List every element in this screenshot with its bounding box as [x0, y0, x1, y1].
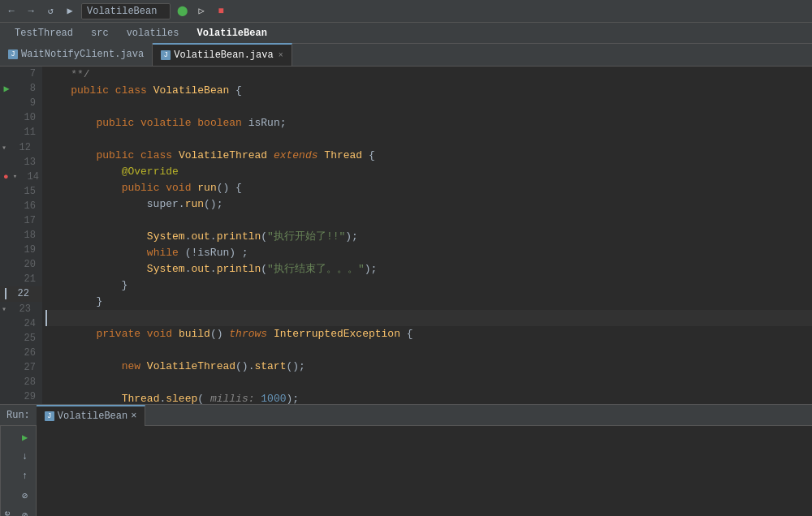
toolbar-btn-record[interactable]: ⬤ — [174, 3, 190, 19]
toolbar-btn-run[interactable]: ▶ — [62, 3, 78, 19]
code-line-8: public class VolatileBean { — [45, 83, 812, 99]
gutter-row-7: 7 — [0, 67, 42, 81]
code-line-11 — [45, 131, 812, 148]
project-tab-volatiles[interactable]: volatiles — [119, 26, 188, 41]
breadcrumb[interactable]: VolatileBean — [81, 3, 171, 19]
run-panel-content: Structure ▶ ↓ ↑ ⊘ ⊘ ≡ ⊡ — [0, 426, 812, 516]
code-editor[interactable]: **/ public class VolatileBean { public v… — [42, 67, 812, 404]
file-tabs: J WaitNotifyClient.java J VolatileBean.j… — [0, 44, 812, 67]
code-line-18: while (!isRun) ; — [45, 245, 812, 261]
code-line-21: } — [45, 294, 812, 310]
run-stop2-btn[interactable]: ⊘ — [17, 507, 33, 516]
file-tab-volatilebean[interactable]: J VolatileBean.java × — [153, 43, 292, 66]
run-tab-label: VolatileBean — [58, 411, 127, 422]
code-line-12: public class VolatileThread extends Thre… — [45, 148, 812, 164]
code-line-16 — [45, 213, 812, 229]
run-panel: Run: J VolatileBean × Structure ▶ ↓ ↑ ⊘ … — [0, 404, 812, 516]
file-tab-waitnotifyclient[interactable]: J WaitNotifyClient.java — [0, 43, 153, 66]
run-stop1-btn[interactable]: ⊘ — [17, 488, 33, 504]
run-label: Run: — [0, 410, 37, 421]
run-tab-icon: J — [45, 411, 54, 421]
fold-icon-14[interactable]: ▾ — [12, 170, 18, 183]
file-icon-java-active: J — [161, 50, 171, 60]
code-line-15: super.run(); — [45, 196, 812, 213]
project-tab-volatilebean[interactable]: VolatileBean — [188, 26, 274, 41]
code-line-7: **/ — [45, 67, 812, 83]
gutter-row-8: ▶ 8 — [0, 81, 42, 96]
close-tab-icon[interactable]: × — [279, 51, 283, 60]
line-num-23: 23 — [8, 303, 31, 315]
code-line-26 — [45, 375, 812, 391]
run-play-btn[interactable]: ▶ — [17, 429, 33, 445]
code-line-23: private void build() throws InterruptedE… — [45, 326, 812, 342]
run-output — [37, 426, 812, 516]
toolbar-btn-forward[interactable]: → — [23, 3, 39, 19]
line-gutter: 7 ▶ 8 9 10 11 ▾ 12 13 ● ▾ 14 15 16 17 — [0, 67, 42, 404]
gutter-row-23: ▾ 23 — [0, 302, 42, 316]
toolbar-btn-debug[interactable]: ▷ — [193, 3, 209, 19]
run-sidebar: ▶ ↓ ↑ ⊘ ⊘ ≡ ⊡ — [14, 426, 37, 516]
editor-area: 7 ▶ 8 9 10 11 ▾ 12 13 ● ▾ 14 15 16 17 — [0, 67, 812, 404]
run-tab-close[interactable]: × — [131, 411, 136, 422]
code-line-20: } — [45, 277, 812, 294]
fold-icon-23[interactable]: ▾ — [0, 303, 8, 316]
code-line-13: @Override — [45, 164, 812, 180]
run-panel-tabs: Run: J VolatileBean × — [0, 405, 812, 426]
code-line-10: public volatile boolean isRun; — [45, 115, 812, 131]
gutter-row-14: ● ▾ 14 — [0, 170, 42, 184]
line-num-22: 22 — [6, 288, 29, 299]
line-num-7: 7 — [13, 68, 36, 80]
run-up-btn[interactable]: ↑ — [17, 468, 33, 484]
file-icon-java: J — [8, 49, 18, 59]
toolbar-btn-back[interactable]: ← — [3, 3, 19, 19]
structure-panel-label[interactable]: Structure — [0, 426, 14, 516]
code-line-19: System.out.println("执行结束了。。。"); — [45, 261, 812, 277]
toolbar: ← → ↺ ▶ VolatileBean ⬤ ▷ ■ — [0, 0, 812, 23]
code-line-17: System.out.println("执行开始了!!"); — [45, 229, 812, 245]
code-line-25: new VolatileThread().start(); — [45, 359, 812, 375]
run-icon-8[interactable]: ▶ — [0, 82, 13, 95]
code-line-24 — [45, 342, 812, 359]
breakpoint-icon-14[interactable]: ● — [0, 170, 12, 183]
code-line-22 — [45, 310, 812, 326]
code-line-14: public void run() { — [45, 180, 812, 196]
code-line-27: Thread.sleep( millis: 1000); — [45, 391, 812, 404]
line-num-12: 12 — [8, 142, 31, 153]
toolbar-btn-stop[interactable]: ■ — [213, 3, 229, 19]
gutter-icon-7 — [0, 67, 13, 80]
fold-icon-12[interactable]: ▾ — [0, 141, 8, 154]
line-num-14: 14 — [18, 171, 39, 183]
project-tab-src[interactable]: src — [83, 26, 117, 41]
toolbar-btn-refresh[interactable]: ↺ — [42, 3, 58, 19]
project-tabs: TestThread src volatiles VolatileBean — [0, 23, 812, 44]
line-num-8: 8 — [13, 83, 36, 94]
project-tab-testthread[interactable]: TestThread — [6, 26, 81, 41]
code-line-9 — [45, 99, 812, 115]
run-down-btn[interactable]: ↓ — [17, 449, 33, 465]
run-tab-volatilebean[interactable]: J VolatileBean × — [37, 405, 146, 426]
gutter-row-12: ▾ 12 — [0, 140, 42, 154]
